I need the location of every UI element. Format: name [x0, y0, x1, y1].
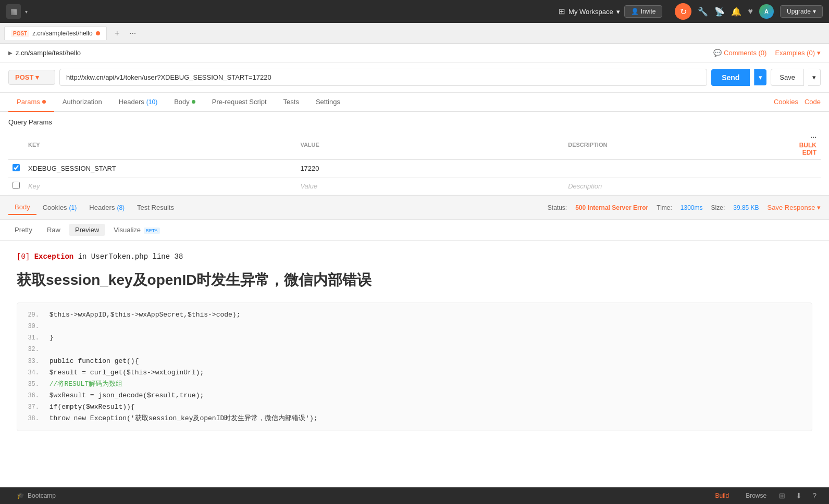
more-button[interactable]: ··· [810, 133, 816, 142]
res-headers-count: (8) [117, 204, 125, 211]
invite-button[interactable]: 👤 Invite [624, 5, 663, 18]
visualize-label: Visualize [114, 226, 141, 234]
empty-desc[interactable]: Description [568, 182, 602, 190]
view-tab-pretty[interactable]: Pretty [8, 224, 39, 236]
code-link[interactable]: Code [805, 98, 821, 106]
bell-icon[interactable]: 🔔 [731, 7, 741, 17]
res-tab-body[interactable]: Body [8, 200, 36, 215]
row-desc-cell [564, 160, 795, 178]
empty-actions-cell [795, 178, 821, 195]
examples-label: Examples (0) [775, 49, 815, 57]
response-area: Body Cookies (1) Headers (8) Test Result… [0, 195, 829, 487]
col-check-header [8, 130, 24, 160]
code-line-33: 33. public function get(){ [23, 356, 806, 367]
workspace-selector[interactable]: ⊞ My Workspace ▾ [559, 7, 620, 16]
add-tab-button[interactable]: + [111, 27, 123, 40]
error-location: in UserToken.php line 38 [78, 253, 183, 261]
main-layout: POST z.cn/sample/test/hello + ··· ▶ z.cn… [0, 23, 829, 504]
status-label: Status: [548, 204, 567, 211]
code-block: 29. $this->wxAppID,$this->wxAppSecret,$t… [17, 303, 812, 431]
response-tabs-bar: Body Cookies (1) Headers (8) Test Result… [0, 195, 829, 220]
res-tab-headers[interactable]: Headers (8) [83, 200, 131, 215]
more-tabs-button[interactable]: ··· [127, 27, 139, 40]
upgrade-label: Upgrade [787, 8, 811, 15]
col-value-header: VALUE [296, 130, 564, 160]
res-tab-cookies[interactable]: Cookies (1) [36, 200, 83, 215]
save-response-button[interactable]: Save Response ▾ [768, 204, 821, 211]
method-label: POST [15, 73, 33, 81]
row-value[interactable]: 17220 [300, 165, 319, 172]
save-button[interactable]: Save [771, 69, 804, 86]
empty-checkbox[interactable] [13, 182, 20, 189]
tab-body[interactable]: Body [166, 93, 204, 111]
tab-authorization[interactable]: Authorization [54, 93, 110, 111]
empty-key[interactable]: Key [28, 182, 40, 190]
help-icon[interactable]: ? [808, 492, 821, 500]
tab-headers[interactable]: Headers (10) [110, 93, 166, 111]
code-line-31: 31. } [23, 332, 806, 344]
wrench-icon[interactable]: 🔧 [698, 7, 708, 17]
view-tab-visualize[interactable]: Visualize BETA [107, 224, 166, 236]
build-button[interactable]: Build [707, 492, 738, 499]
browse-button[interactable]: Browse [737, 492, 775, 499]
request-tab[interactable]: POST z.cn/sample/test/hello [4, 26, 107, 40]
comments-button[interactable]: 💬 Comments (0) [713, 49, 766, 57]
response-size: 39.85 KB [733, 204, 759, 211]
pretty-label: Pretty [15, 226, 32, 234]
tab-method: POST [11, 30, 29, 37]
workspace-label: My Workspace [568, 8, 613, 16]
avatar[interactable]: A [759, 4, 774, 19]
response-scroll-area[interactable]: [0] Exception in UserToken.php line 38 获… [0, 241, 829, 487]
app-icon[interactable]: ▦ [6, 4, 21, 19]
row-checkbox-cell [8, 160, 24, 178]
bulk-edit-button[interactable]: Bulk Edit [799, 142, 816, 156]
top-nav: ▦ ▾ ⊞ My Workspace ▾ 👤 Invite ↻ 🔧 📡 🔔 ♥ … [0, 0, 829, 23]
col-key-header: KEY [24, 130, 296, 160]
row-actions-cell [795, 160, 821, 178]
res-tab-cookies-label: Cookies [43, 204, 67, 211]
comments-label: Comments (0) [724, 49, 766, 57]
tab-params-label: Params [17, 98, 40, 106]
tab-actions: + ··· [111, 27, 139, 40]
heart-icon[interactable]: ♥ [748, 7, 753, 16]
error-header: [0] Exception in UserToken.php line 38 [17, 251, 812, 262]
response-time: 1300ms [680, 204, 703, 211]
tab-unsaved-dot [96, 31, 100, 35]
invite-person-icon: 👤 [631, 8, 639, 15]
code-line-29: 29. $this->wxAppID,$this->wxAppSecret,$t… [23, 309, 806, 321]
tab-params[interactable]: Params [8, 93, 54, 112]
send-arrow-button[interactable]: ▾ [754, 69, 766, 85]
row-key[interactable]: XDEBUG_SESSION_START [28, 165, 116, 172]
bootcamp-button[interactable]: 🎓 Bootcamp [8, 492, 64, 499]
empty-value-cell: Value [296, 178, 564, 195]
empty-checkbox-cell [8, 178, 24, 195]
preview-label: Preview [75, 226, 99, 234]
layout-icon[interactable]: ⊞ [775, 492, 789, 500]
bottom-right-icons: ⊞ ⬇ ? [775, 492, 821, 500]
view-tab-raw[interactable]: Raw [41, 224, 67, 236]
view-tab-preview[interactable]: Preview [69, 224, 105, 236]
empty-value[interactable]: Value [300, 182, 317, 190]
build-label: Build [715, 492, 729, 499]
tab-settings[interactable]: Settings [307, 93, 349, 111]
download-icon[interactable]: ⬇ [791, 492, 806, 500]
method-select[interactable]: POST ▾ [8, 70, 55, 85]
code-line-36: 36. $wxResult = json_decode($result,true… [23, 390, 806, 401]
upgrade-button[interactable]: Upgrade ▾ [780, 5, 823, 18]
sync-icon[interactable]: ↻ [675, 3, 691, 20]
tab-pre-request[interactable]: Pre-request Script [204, 93, 275, 111]
satellite-icon[interactable]: 📡 [714, 7, 725, 17]
tab-tests[interactable]: Tests [275, 93, 307, 111]
col-actions-header: ··· Bulk Edit [795, 130, 821, 160]
res-tab-test-results[interactable]: Test Results [131, 200, 180, 215]
row-checkbox[interactable] [13, 164, 20, 171]
cookies-link[interactable]: Cookies [774, 98, 798, 106]
tab-pre-request-label: Pre-request Script [212, 98, 267, 106]
error-main-text: 获取session_key及openID时发生异常，微信内部错误 [17, 269, 812, 292]
save-arrow-button[interactable]: ▾ [808, 69, 821, 86]
examples-button[interactable]: Examples (0) ▾ [775, 49, 821, 57]
comment-icon: 💬 [713, 49, 722, 57]
examples-chevron-icon: ▾ [817, 49, 821, 57]
url-input[interactable] [59, 69, 707, 86]
send-button[interactable]: Send [711, 69, 750, 86]
